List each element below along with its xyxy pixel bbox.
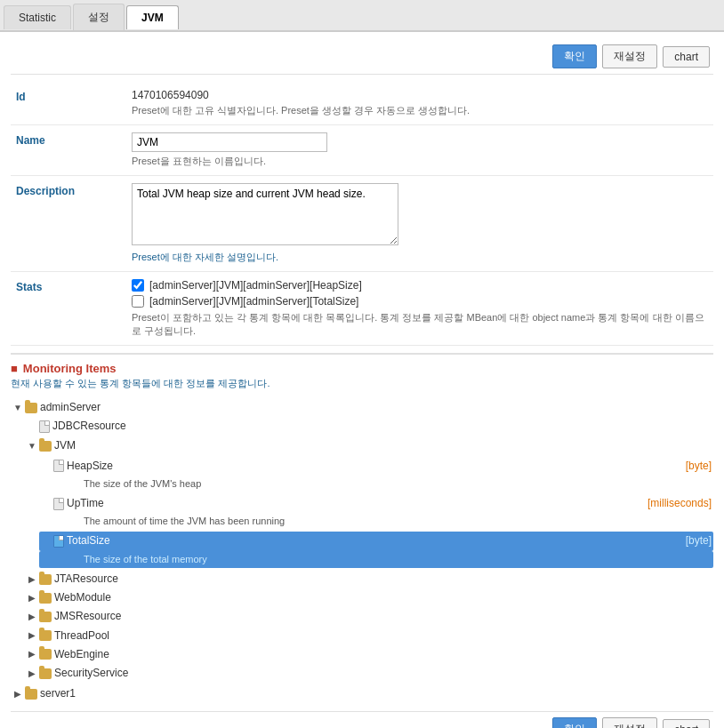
folder-icon-adminserver	[25, 403, 37, 413]
id-label: Id	[11, 82, 126, 125]
stats-item-1-row: [adminServer][JVM][adminServer][HeapSize…	[132, 279, 708, 292]
folder-icon-jvm	[39, 441, 52, 452]
branch-adminserver: JDBCResource ▼ JVM	[25, 417, 713, 683]
tree: ▼ adminServer JDBCResource ▼	[11, 397, 713, 704]
stats-item-1-checkbox[interactable]	[132, 279, 144, 292]
reset-button-top[interactable]: 재설정	[602, 44, 657, 68]
folder-icon-securityservice	[39, 668, 52, 679]
folder-icon-server1	[25, 689, 37, 700]
file-icon-totalsize	[53, 535, 64, 548]
tab-jvm[interactable]: JVM	[126, 5, 179, 29]
stats-hint: Preset이 포함하고 있는 각 통계 항목에 대한 목록입니다. 통계 정보…	[132, 311, 708, 338]
tree-row-securityservice[interactable]: ▶ SecurityService	[25, 664, 713, 683]
stats-item-2-row: [adminServer][JVM][adminServer][TotalSiz…	[132, 295, 708, 308]
desc-text-totalsize: The size of the total memory	[84, 552, 207, 568]
label-uptime[interactable]: UpTime	[67, 495, 640, 512]
label-totalsize[interactable]: TotalSize	[67, 532, 679, 549]
description-input[interactable]: Total JVM heap size and current JVM head…	[132, 183, 398, 245]
main-content: 확인 재설정 chart Id 1470106594090 Preset에 대한…	[0, 32, 724, 728]
desc-text-heapsize: The size of the JVM's heap	[84, 478, 201, 489]
folder-icon-webengine	[39, 649, 52, 660]
desc-heapsize: The size of the JVM's heap	[82, 476, 713, 492]
tree-row-webengine[interactable]: ▶ WebEngine	[25, 645, 713, 664]
tree-node-totalsize: TotalSize [byte] The size of the total m…	[39, 531, 713, 569]
tree-row-heapsize[interactable]: HeapSize [byte]	[39, 457, 713, 476]
description-hint-link[interactable]: Preset에 대한 자세한 설명입니다.	[132, 252, 278, 262]
desc-totalsize: The size of the total memory	[39, 551, 713, 569]
tree-row-server1[interactable]: ▶ server1	[11, 684, 713, 703]
description-row: Description Total JVM heap size and curr…	[11, 176, 713, 272]
id-value: 1470106594090	[132, 89, 708, 101]
label-jdbcresource[interactable]: JDBCResource	[52, 418, 712, 435]
toggle-webengine[interactable]: ▶	[27, 647, 37, 661]
stats-item-2-checkbox[interactable]	[132, 295, 144, 308]
label-securityservice[interactable]: SecurityService	[54, 665, 712, 682]
label-threadpool[interactable]: ThreadPool	[54, 628, 712, 644]
tab-statistic[interactable]: Statistic	[4, 5, 71, 29]
tree-node-heapsize: HeapSize [byte] The size of the JVM's he…	[39, 456, 713, 493]
folder-icon-jmsresource	[39, 612, 52, 622]
tree-row-jtaresource[interactable]: ▶ JTAResource	[25, 570, 713, 588]
tab-bar: Statistic 설정 JVM	[0, 0, 724, 32]
chart-button-bottom[interactable]: chart	[663, 719, 710, 728]
description-label: Description	[11, 176, 126, 272]
tree-row-uptime[interactable]: UpTime [milliseconds]	[39, 494, 713, 513]
tree-node-adminserver: ▼ adminServer JDBCResource ▼	[11, 397, 713, 684]
chart-button-top[interactable]: chart	[663, 46, 710, 68]
desc-uptime: The amount of time the JVM has been runn…	[82, 513, 713, 530]
stats-item-2-label: [adminServer][JVM][adminServer][TotalSiz…	[149, 295, 358, 308]
label-server1[interactable]: server1	[40, 685, 712, 702]
tree-node-uptime: UpTime [milliseconds] The amount of time…	[39, 493, 713, 531]
toggle-jmsresource[interactable]: ▶	[27, 610, 37, 624]
confirm-button-top[interactable]: 확인	[552, 44, 597, 68]
toggle-webmodule[interactable]: ▶	[27, 591, 37, 605]
label-jmsresource[interactable]: JMSResource	[54, 608, 712, 625]
toggle-threadpool[interactable]: ▶	[27, 628, 37, 643]
tree-row-totalsize[interactable]: TotalSize [byte]	[39, 532, 713, 550]
reset-button-bottom[interactable]: 재설정	[602, 717, 657, 728]
tree-node-server1: ▶ server1	[11, 684, 713, 704]
toggle-jvm[interactable]: ▼	[27, 439, 37, 453]
file-icon-jdbcresource	[39, 420, 50, 433]
toggle-jtaresource[interactable]: ▶	[27, 572, 37, 587]
id-hint: Preset에 대한 고유 식별자입니다. Preset을 생성할 경우 자동으…	[132, 104, 708, 117]
monitoring-title: ■ Monitoring Items	[11, 362, 713, 375]
folder-icon-webmodule	[39, 593, 52, 604]
tree-row-jmsresource[interactable]: ▶ JMSResource	[25, 607, 713, 626]
toggle-securityservice[interactable]: ▶	[27, 667, 37, 681]
unit-heapsize: [byte]	[686, 458, 712, 475]
stats-label: Stats	[11, 272, 126, 346]
name-row: Name Preset을 표현하는 이름입니다.	[11, 125, 713, 176]
name-input[interactable]	[132, 132, 327, 152]
branch-jvm: HeapSize [byte] The size of the JVM's he…	[39, 456, 713, 570]
tree-node-jvm: ▼ JVM HeapSize	[25, 436, 713, 570]
label-adminserver[interactable]: adminServer	[40, 399, 712, 416]
tree-row-adminserver[interactable]: ▼ adminServer	[11, 398, 713, 417]
label-heapsize[interactable]: HeapSize	[67, 458, 679, 475]
folder-icon-threadpool	[39, 630, 52, 641]
file-icon-heapsize	[53, 460, 64, 472]
toggle-server1[interactable]: ▶	[12, 687, 23, 701]
label-webmodule[interactable]: WebModule	[54, 589, 712, 606]
tree-row-threadpool[interactable]: ▶ ThreadPool	[25, 627, 713, 645]
name-label: Name	[11, 125, 126, 176]
tree-row-jdbcresource[interactable]: JDBCResource	[25, 417, 713, 436]
tree-row-jvm[interactable]: ▼ JVM	[25, 436, 713, 455]
top-toolbar: 확인 재설정 chart	[11, 39, 713, 75]
stats-item-1-label: [adminServer][JVM][adminServer][HeapSize…	[149, 279, 362, 292]
label-jvm[interactable]: JVM	[54, 437, 712, 454]
confirm-button-bottom[interactable]: 확인	[552, 717, 597, 728]
unit-uptime: [milliseconds]	[648, 495, 712, 512]
stats-row: Stats [adminServer][JVM][adminServer][He…	[11, 272, 713, 346]
monitoring-section: ■ Monitoring Items 현재 사용할 수 있는 통계 항목들에 대…	[11, 353, 713, 704]
tree-row-webmodule[interactable]: ▶ WebModule	[25, 588, 713, 607]
bottom-toolbar: 확인 재설정 chart	[11, 711, 713, 728]
label-webengine[interactable]: WebEngine	[54, 646, 712, 663]
form-table: Id 1470106594090 Preset에 대한 고유 식별자입니다. P…	[11, 82, 713, 346]
label-jtaresource[interactable]: JTAResource	[54, 571, 712, 588]
monitoring-desc: 현재 사용할 수 있는 통계 항목들에 대한 정보를 제공합니다.	[11, 377, 713, 390]
monitoring-icon: ■	[11, 362, 18, 375]
tab-settings[interactable]: 설정	[73, 4, 125, 30]
toggle-adminserver[interactable]: ▼	[12, 401, 23, 415]
monitoring-title-text: Monitoring Items	[23, 362, 117, 375]
